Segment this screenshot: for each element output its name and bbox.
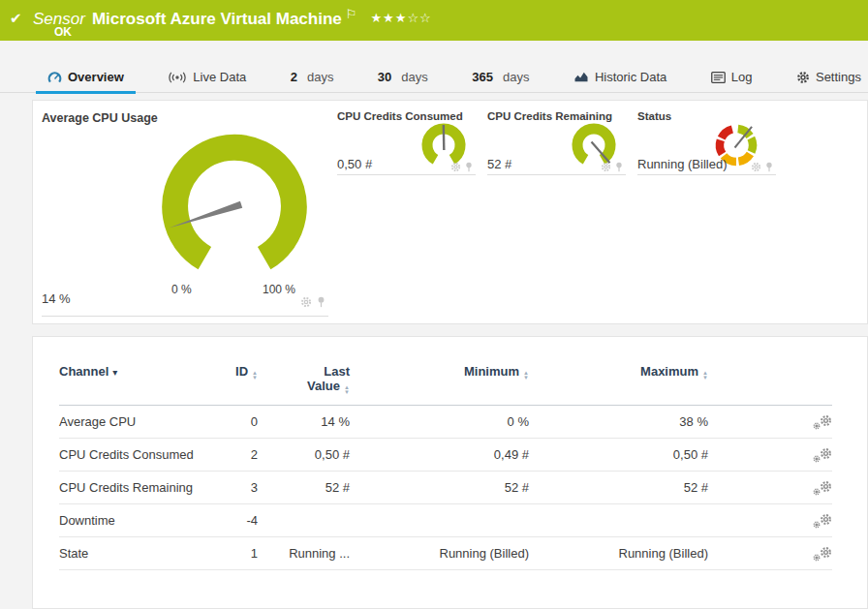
channel-name[interactable]: Downtime: [59, 513, 229, 528]
tab-unit: days: [503, 70, 529, 84]
column-header-last-value[interactable]: LastValue▲▼: [258, 364, 350, 395]
tab-historic-data[interactable]: Historic Data: [571, 62, 669, 93]
channel-name[interactable]: CPU Credits Remaining: [59, 480, 229, 495]
tab-number: 365: [472, 70, 493, 84]
channel-last-value: 52 #: [258, 480, 350, 495]
page-title: Microsoft Azure Virtual Machine: [92, 10, 342, 28]
channel-settings-icon[interactable]: [813, 447, 832, 463]
channel-name[interactable]: State: [59, 546, 229, 561]
table-header-row: Channel▾ ID▲▼ LastValue▲▼ Minimum▲▼ Maxi…: [59, 364, 832, 406]
tab-number: 30: [378, 70, 391, 84]
gauge-value: 14 %: [42, 291, 71, 306]
dropdown-caret-icon: ▾: [112, 367, 117, 378]
table-row: Average CPU 0 14 % 0 % 38 %: [59, 406, 832, 439]
gauge-settings-gear-icon[interactable]: [300, 296, 312, 308]
sensor-header: ✔ SensorMicrosoft Azure Virtual Machine⚐…: [0, 0, 868, 41]
channel-maximum: 38 %: [529, 414, 708, 429]
tab-label: Historic Data: [595, 70, 666, 84]
channel-minimum: 52 #: [350, 480, 529, 495]
tab-label: Log: [731, 70, 753, 84]
column-header-channel[interactable]: Channel▾: [59, 364, 229, 379]
gauge-value: Running (Billed): [637, 157, 728, 171]
tab-unit: days: [307, 70, 333, 84]
table-row: CPU Credits Consumed 2 0,50 # 0,49 # 0,5…: [59, 439, 832, 472]
channel-maximum: 52 #: [529, 480, 708, 495]
gauge-cell-status: Status Running (Billed): [637, 110, 776, 175]
channel-id: 1: [229, 546, 258, 561]
channel-settings-icon[interactable]: [813, 414, 832, 430]
column-header-id[interactable]: ID▲▼: [229, 364, 258, 381]
channel-maximum: 0,50 #: [529, 447, 708, 462]
channel-id: 0: [229, 414, 258, 429]
gauge-cell-credits-consumed: CPU Credits Consumed 0,50 #: [337, 110, 476, 175]
pin-icon[interactable]: [464, 162, 474, 172]
tab-365-days[interactable]: 365days: [469, 62, 532, 93]
channel-last-value: 14 %: [258, 414, 350, 429]
gauge-max-label: 100 %: [263, 283, 295, 296]
tab-label: Settings: [816, 70, 861, 84]
gauge-cell-credits-remaining: CPU Credits Remaining 52 #: [487, 110, 626, 175]
gauge-settings-gear-icon[interactable]: [751, 162, 761, 172]
channel-id: -4: [229, 513, 258, 528]
column-header-maximum[interactable]: Maximum▲▼: [529, 364, 708, 381]
sensor-title-line: SensorMicrosoft Azure Virtual Machine⚐★★…: [33, 7, 432, 29]
tab-label: Live Data: [193, 70, 246, 84]
table-row: Downtime -4: [59, 504, 832, 537]
column-header-minimum[interactable]: Minimum▲▼: [350, 364, 529, 381]
gear-icon: [796, 71, 810, 84]
tab-live-data[interactable]: Live Data: [165, 62, 249, 93]
channel-minimum: Running (Billed): [350, 546, 529, 561]
tab-30-days[interactable]: 30days: [375, 62, 431, 93]
area-chart-icon: [574, 71, 589, 83]
channels-table: Channel▾ ID▲▼ LastValue▲▼ Minimum▲▼ Maxi…: [59, 364, 832, 570]
tab-log[interactable]: Log: [708, 62, 756, 93]
gauge-icon: [47, 71, 62, 84]
table-row: CPU Credits Remaining 3 52 # 52 # 52 #: [59, 472, 832, 504]
sort-icon: ▲▼: [344, 385, 350, 395]
pin-icon[interactable]: [614, 162, 624, 172]
channels-panel: Channel▾ ID▲▼ LastValue▲▼ Minimum▲▼ Maxi…: [32, 336, 868, 609]
table-row: State 1 Running ... Running (Billed) Run…: [59, 537, 832, 570]
sort-icon: ▲▼: [702, 371, 708, 381]
channel-name[interactable]: Average CPU: [59, 414, 229, 429]
pin-icon[interactable]: [764, 162, 774, 172]
status-badge: OK: [54, 25, 72, 39]
gauge-settings-gear-icon[interactable]: [450, 162, 461, 172]
channel-last-value: Running ...: [258, 546, 350, 561]
priority-stars[interactable]: ★★★☆☆: [370, 11, 431, 25]
gauge-title: Average CPU Usage: [42, 111, 158, 125]
cell-separator: [42, 316, 328, 317]
average-cpu-gauge: [144, 124, 325, 277]
tab-unit: days: [401, 70, 427, 84]
gauge-cell-average-cpu: Average CPU Usage 0 % 100 % 14 %: [33, 101, 333, 323]
gauge-value: 0,50 #: [337, 157, 372, 171]
channel-minimum: 0 %: [350, 414, 529, 429]
prtg-sensor-page: ✔ SensorMicrosoft Azure Virtual Machine⚐…: [0, 0, 868, 609]
tab-2-days[interactable]: 2days: [288, 62, 337, 93]
gauges-panel: Average CPU Usage 0 % 100 % 14 % CPU Cre…: [32, 100, 868, 324]
channel-settings-icon[interactable]: [813, 513, 832, 529]
channel-id: 3: [229, 480, 258, 495]
channel-id: 2: [229, 447, 258, 462]
gauge-min-label: 0 %: [171, 283, 192, 296]
ok-check-icon: ✔: [10, 10, 22, 27]
channel-minimum: 0,49 #: [350, 447, 529, 462]
log-list-icon: [711, 72, 726, 83]
tab-bar: Overview Live Data 2days 30days 365days …: [0, 62, 868, 93]
pin-icon[interactable]: [316, 296, 326, 308]
channel-name[interactable]: CPU Credits Consumed: [59, 447, 229, 462]
gauge-needle: [444, 125, 445, 150]
tab-overview[interactable]: Overview: [45, 62, 127, 93]
gauge-settings-gear-icon[interactable]: [601, 162, 611, 172]
gauge-value: 52 #: [487, 157, 512, 171]
flag-icon[interactable]: ⚐: [346, 7, 357, 21]
channel-settings-icon[interactable]: [813, 480, 832, 496]
live-data-icon: [168, 71, 187, 84]
tab-label: Overview: [68, 70, 124, 84]
tab-number: 2: [291, 70, 297, 84]
tab-settings[interactable]: Settings: [793, 62, 864, 93]
gauge-title: Status: [637, 110, 671, 122]
channel-last-value: 0,50 #: [258, 447, 350, 462]
channel-settings-icon[interactable]: [813, 546, 832, 562]
channel-maximum: Running (Billed): [529, 546, 708, 561]
